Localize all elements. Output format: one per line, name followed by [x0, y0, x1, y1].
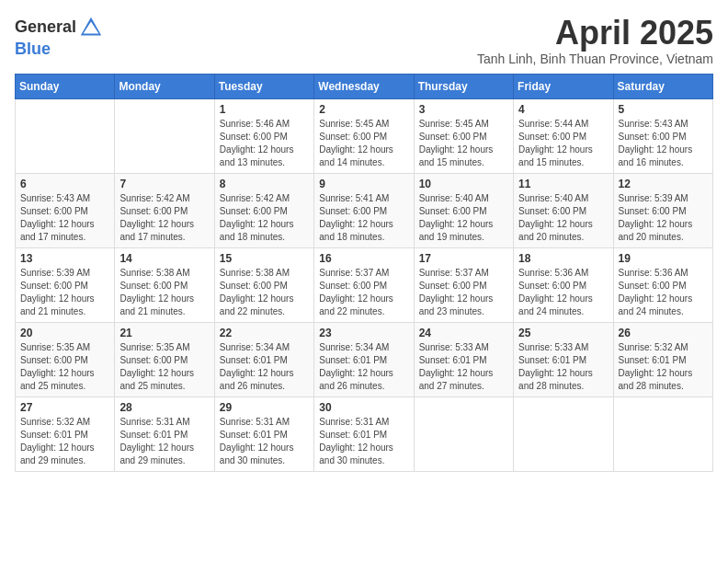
day-info: Sunrise: 5:31 AM Sunset: 6:01 PM Dayligh… [220, 416, 309, 467]
calendar-cell: 24Sunrise: 5:33 AM Sunset: 6:01 PM Dayli… [414, 322, 513, 396]
day-number: 3 [419, 103, 508, 116]
day-info: Sunrise: 5:32 AM Sunset: 6:01 PM Dayligh… [619, 341, 708, 393]
day-number: 15 [220, 252, 309, 265]
day-number: 28 [119, 401, 209, 414]
calendar-cell: 9Sunrise: 5:41 AM Sunset: 6:00 PM Daylig… [314, 173, 414, 247]
day-number: 20 [20, 327, 109, 339]
calendar-week-row: 6Sunrise: 5:43 AM Sunset: 6:00 PM Daylig… [16, 173, 713, 247]
day-info: Sunrise: 5:31 AM Sunset: 6:01 PM Dayligh… [119, 416, 209, 467]
calendar-cell: 22Sunrise: 5:34 AM Sunset: 6:01 PM Dayli… [214, 322, 313, 396]
day-number: 9 [319, 178, 408, 190]
day-number: 26 [619, 327, 708, 339]
calendar-cell: 21Sunrise: 5:35 AM Sunset: 6:00 PM Dayli… [115, 322, 214, 396]
day-number: 7 [119, 178, 209, 190]
calendar-cell: 3Sunrise: 5:45 AM Sunset: 6:00 PM Daylig… [414, 98, 513, 173]
calendar-cell: 8Sunrise: 5:42 AM Sunset: 6:00 PM Daylig… [214, 173, 313, 247]
day-info: Sunrise: 5:34 AM Sunset: 6:01 PM Dayligh… [220, 341, 309, 393]
calendar-cell: 20Sunrise: 5:35 AM Sunset: 6:00 PM Dayli… [16, 322, 115, 396]
day-info: Sunrise: 5:35 AM Sunset: 6:00 PM Dayligh… [119, 341, 209, 393]
calendar-cell: 14Sunrise: 5:38 AM Sunset: 6:00 PM Dayli… [115, 247, 214, 322]
calendar-cell: 1Sunrise: 5:46 AM Sunset: 6:00 PM Daylig… [214, 98, 313, 173]
calendar-cell: 15Sunrise: 5:38 AM Sunset: 6:00 PM Dayli… [214, 247, 313, 322]
calendar-day-header: Thursday [414, 74, 513, 98]
day-info: Sunrise: 5:43 AM Sunset: 6:00 PM Dayligh… [20, 192, 109, 244]
day-info: Sunrise: 5:33 AM Sunset: 6:01 PM Dayligh… [419, 341, 508, 393]
day-number: 25 [518, 327, 608, 339]
day-info: Sunrise: 5:39 AM Sunset: 6:00 PM Dayligh… [20, 267, 109, 318]
day-info: Sunrise: 5:42 AM Sunset: 6:00 PM Dayligh… [119, 192, 209, 244]
logo: General Blue [15, 15, 104, 59]
calendar-week-row: 1Sunrise: 5:46 AM Sunset: 6:00 PM Daylig… [16, 98, 713, 173]
day-info: Sunrise: 5:45 AM Sunset: 6:00 PM Dayligh… [419, 118, 508, 169]
day-info: Sunrise: 5:46 AM Sunset: 6:00 PM Dayligh… [220, 118, 309, 169]
calendar-day-header: Tuesday [214, 74, 313, 98]
calendar-cell: 13Sunrise: 5:39 AM Sunset: 6:00 PM Dayli… [16, 247, 115, 322]
day-info: Sunrise: 5:37 AM Sunset: 6:00 PM Dayligh… [419, 267, 508, 318]
day-number: 14 [119, 252, 209, 265]
day-number: 12 [619, 178, 708, 190]
calendar-day-header: Monday [115, 74, 214, 98]
calendar-week-row: 20Sunrise: 5:35 AM Sunset: 6:00 PM Dayli… [16, 322, 713, 396]
calendar-cell: 5Sunrise: 5:43 AM Sunset: 6:00 PM Daylig… [613, 98, 712, 173]
day-info: Sunrise: 5:38 AM Sunset: 6:00 PM Dayligh… [119, 267, 209, 318]
day-number: 29 [220, 401, 309, 414]
day-info: Sunrise: 5:40 AM Sunset: 6:00 PM Dayligh… [419, 192, 508, 244]
calendar-cell: 10Sunrise: 5:40 AM Sunset: 6:00 PM Dayli… [414, 173, 513, 247]
day-number: 17 [419, 252, 508, 265]
day-number: 18 [518, 252, 608, 265]
day-info: Sunrise: 5:39 AM Sunset: 6:00 PM Dayligh… [619, 192, 708, 244]
calendar-cell: 7Sunrise: 5:42 AM Sunset: 6:00 PM Daylig… [115, 173, 214, 247]
day-info: Sunrise: 5:40 AM Sunset: 6:00 PM Dayligh… [518, 192, 608, 244]
day-info: Sunrise: 5:34 AM Sunset: 6:01 PM Dayligh… [319, 341, 408, 393]
day-number: 30 [319, 401, 408, 414]
day-number: 21 [119, 327, 209, 339]
calendar-week-row: 13Sunrise: 5:39 AM Sunset: 6:00 PM Dayli… [16, 247, 713, 322]
day-number: 8 [220, 178, 309, 190]
day-number: 10 [419, 178, 508, 190]
calendar-cell: 26Sunrise: 5:32 AM Sunset: 6:01 PM Dayli… [613, 322, 712, 396]
day-number: 27 [20, 401, 109, 414]
day-info: Sunrise: 5:32 AM Sunset: 6:01 PM Dayligh… [20, 416, 109, 467]
calendar-day-header: Saturday [613, 74, 712, 98]
calendar-week-row: 27Sunrise: 5:32 AM Sunset: 6:01 PM Dayli… [16, 396, 713, 471]
calendar-cell: 19Sunrise: 5:36 AM Sunset: 6:00 PM Dayli… [613, 247, 712, 322]
day-info: Sunrise: 5:36 AM Sunset: 6:00 PM Dayligh… [619, 267, 708, 318]
calendar-cell: 6Sunrise: 5:43 AM Sunset: 6:00 PM Daylig… [16, 173, 115, 247]
page-header: General Blue April 2025 Tanh Linh, Binh … [15, 15, 713, 66]
day-info: Sunrise: 5:43 AM Sunset: 6:00 PM Dayligh… [619, 118, 708, 169]
calendar-cell: 27Sunrise: 5:32 AM Sunset: 6:01 PM Dayli… [16, 396, 115, 471]
logo-general: General [15, 17, 76, 36]
calendar-cell: 11Sunrise: 5:40 AM Sunset: 6:00 PM Dayli… [514, 173, 613, 247]
calendar-header-row: SundayMondayTuesdayWednesdayThursdayFrid… [16, 74, 713, 98]
day-info: Sunrise: 5:38 AM Sunset: 6:00 PM Dayligh… [220, 267, 309, 318]
day-info: Sunrise: 5:33 AM Sunset: 6:01 PM Dayligh… [518, 341, 608, 393]
day-number: 11 [518, 178, 608, 190]
calendar-cell: 4Sunrise: 5:44 AM Sunset: 6:00 PM Daylig… [514, 98, 613, 173]
day-number: 1 [220, 103, 309, 116]
day-number: 2 [319, 103, 408, 116]
month-title: April 2025 [477, 15, 713, 52]
calendar-cell: 29Sunrise: 5:31 AM Sunset: 6:01 PM Dayli… [214, 396, 313, 471]
day-info: Sunrise: 5:42 AM Sunset: 6:00 PM Dayligh… [220, 192, 309, 244]
calendar-cell [514, 396, 613, 471]
day-info: Sunrise: 5:41 AM Sunset: 6:00 PM Dayligh… [319, 192, 408, 244]
calendar-day-header: Sunday [16, 74, 115, 98]
day-info: Sunrise: 5:35 AM Sunset: 6:00 PM Dayligh… [20, 341, 109, 393]
calendar-day-header: Wednesday [314, 74, 414, 98]
calendar-cell: 30Sunrise: 5:31 AM Sunset: 6:01 PM Dayli… [314, 396, 414, 471]
day-number: 5 [619, 103, 708, 116]
day-number: 13 [20, 252, 109, 265]
calendar-cell: 25Sunrise: 5:33 AM Sunset: 6:01 PM Dayli… [514, 322, 613, 396]
calendar-day-header: Friday [514, 74, 613, 98]
title-block: April 2025 Tanh Linh, Binh Thuan Provinc… [477, 15, 713, 66]
calendar-cell: 16Sunrise: 5:37 AM Sunset: 6:00 PM Dayli… [314, 247, 414, 322]
day-number: 16 [319, 252, 408, 265]
calendar-cell: 28Sunrise: 5:31 AM Sunset: 6:01 PM Dayli… [115, 396, 214, 471]
calendar-cell [16, 98, 115, 173]
calendar-cell: 12Sunrise: 5:39 AM Sunset: 6:00 PM Dayli… [613, 173, 712, 247]
calendar-table: SundayMondayTuesdayWednesdayThursdayFrid… [15, 74, 713, 472]
day-number: 24 [419, 327, 508, 339]
location: Tanh Linh, Binh Thuan Province, Vietnam [477, 52, 713, 66]
day-number: 22 [220, 327, 309, 339]
calendar-cell: 18Sunrise: 5:36 AM Sunset: 6:00 PM Dayli… [514, 247, 613, 322]
